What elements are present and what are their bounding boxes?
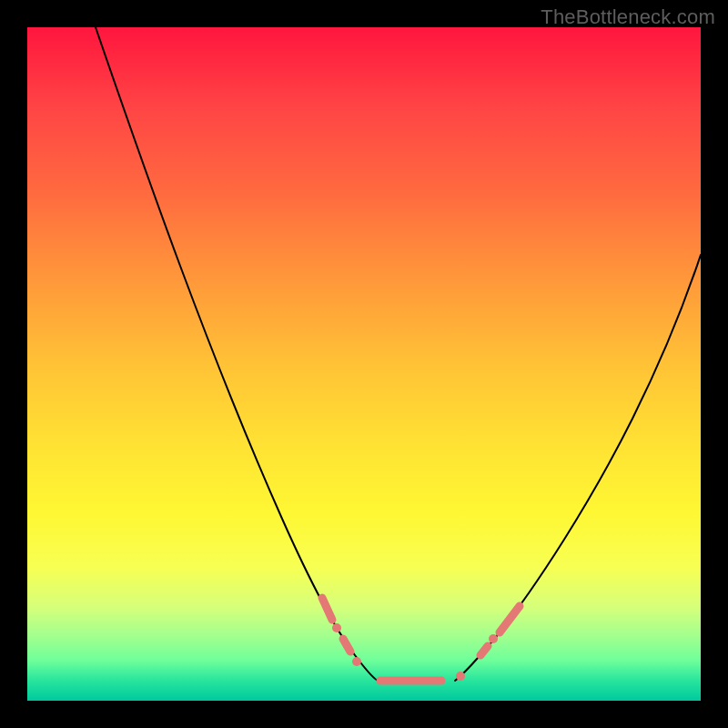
watermark-text: TheBottleneck.com	[541, 5, 715, 29]
right-dash-2	[500, 606, 520, 632]
chart-frame	[27, 27, 701, 701]
marker-group	[322, 598, 520, 681]
right-bead-1	[456, 672, 465, 681]
right-curve	[455, 255, 701, 681]
left-bead-2	[352, 657, 361, 666]
right-dash-1	[480, 646, 488, 655]
left-curve	[96, 27, 378, 681]
curve-group	[96, 27, 701, 681]
chart-svg	[27, 27, 701, 701]
left-dash-2	[343, 639, 350, 652]
left-bead-1	[332, 623, 341, 632]
right-bead-2	[489, 634, 498, 643]
left-dash-1	[322, 598, 332, 620]
